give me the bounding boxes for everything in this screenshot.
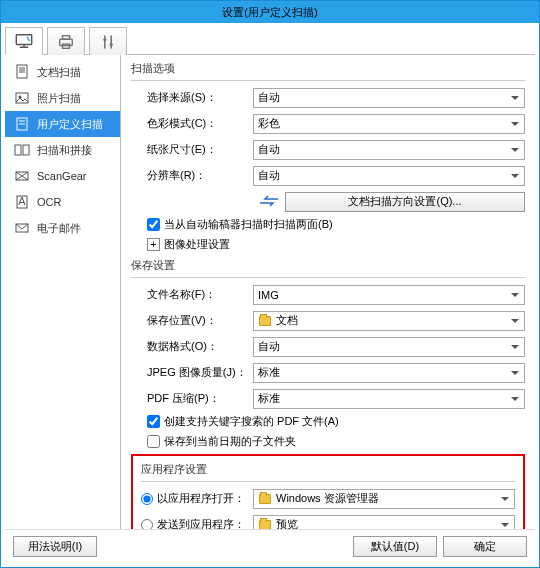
open-with-radio[interactable]: 以应用程序打开： [141,491,253,506]
color-label: 色彩模式(C)： [147,116,253,131]
location-label: 保存位置(V)： [147,313,253,328]
sidebar-item-label: 扫描和拼接 [37,143,92,158]
ok-button[interactable]: 确定 [443,536,527,557]
body: 文档扫描 照片扫描 用户定义扫描 扫描和拼接 ScanGear [5,55,535,529]
document-scan-icon [13,64,31,80]
open-with-select[interactable]: Windows 资源管理器 [253,489,515,509]
tab-from-pc[interactable] [5,27,43,55]
paper-label: 纸张尺寸(E)： [147,142,253,157]
svg-text:A: A [18,195,26,207]
resolution-select[interactable]: 自动 [253,166,525,186]
source-select[interactable]: 自动 [253,88,525,108]
color-select[interactable]: 彩色 [253,114,525,134]
footer: 用法说明(I) 默认值(D) 确定 [5,529,535,563]
scangear-icon [13,168,31,184]
resolution-label: 分辨率(R)： [147,168,253,183]
printer-icon [57,35,75,49]
window-content: 文档扫描 照片扫描 用户定义扫描 扫描和拼接 ScanGear [1,23,539,567]
save-settings-title: 保存设置 [131,258,525,273]
monitor-icon [15,34,33,48]
svg-rect-9 [16,93,28,103]
sidebar-item-stitch[interactable]: 扫描和拼接 [5,137,120,163]
photo-scan-icon [13,90,31,106]
filename-label: 文件名称(F)： [147,287,253,302]
sidebar-item-label: 文档扫描 [37,65,81,80]
svg-rect-12 [15,145,21,155]
orientation-button[interactable]: 文档扫描方向设置(Q)... [285,192,525,212]
sidebar-item-scangear[interactable]: ScanGear [5,163,120,189]
sidebar-item-label: 用户定义扫描 [37,117,103,132]
filename-select[interactable]: IMG [253,285,525,305]
scan-options-title: 扫描选项 [131,61,525,76]
custom-scan-icon [13,116,31,132]
sidebar-item-email[interactable]: 电子邮件 [5,215,120,241]
pdf-keyword-input[interactable] [147,415,160,428]
sidebar-item-label: 照片扫描 [37,91,81,106]
location-select[interactable]: 文档 [253,311,525,331]
subfolder-input[interactable] [147,435,160,448]
settings-window: 设置(用户定义扫描) 文档扫描 照片扫描 [0,0,540,568]
source-label: 选择来源(S)： [147,90,253,105]
sidebar-item-custom-scan[interactable]: 用户定义扫描 [5,111,120,137]
sidebar-item-photo-scan[interactable]: 照片扫描 [5,85,120,111]
svg-point-6 [103,38,106,41]
app-settings-highlight: 应用程序设置 以应用程序打开： Windows 资源管理器 发送到应用程序： [131,454,525,529]
auto-duplex-checkbox[interactable]: 当从自动输稿器扫描时扫描两面(B) [147,217,525,232]
folder-icon [258,518,272,530]
window-title: 设置(用户定义扫描) [222,5,317,20]
jpeg-label: JPEG 图像质量(J)： [147,365,253,380]
image-processing-expander[interactable]: + 图像处理设置 [147,237,525,252]
pdf-label: PDF 压缩(P)： [147,391,253,406]
defaults-button[interactable]: 默认值(D) [353,536,437,557]
paper-select[interactable]: 自动 [253,140,525,160]
sidebar-item-label: 电子邮件 [37,221,81,236]
auto-duplex-input[interactable] [147,218,160,231]
ocr-icon: A [13,194,31,210]
sidebar-item-label: OCR [37,196,61,208]
send-app-radio[interactable]: 发送到应用程序： [141,517,253,529]
tab-from-printer[interactable] [47,27,85,55]
sidebar-item-label: ScanGear [37,170,87,182]
email-icon [13,220,31,236]
pdf-keyword-checkbox[interactable]: 创建支持关键字搜索的 PDF 文件(A) [147,414,525,429]
format-select[interactable]: 自动 [253,337,525,357]
stitch-icon [13,142,31,158]
titlebar: 设置(用户定义扫描) [1,1,539,23]
svg-rect-2 [63,35,70,39]
tab-preferences[interactable] [89,27,127,55]
pdf-select[interactable]: 标准 [253,389,525,409]
plus-icon: + [147,238,160,251]
svg-point-7 [110,42,113,45]
app-settings-title: 应用程序设置 [141,462,515,477]
jpeg-select[interactable]: 标准 [253,363,525,383]
sliders-icon [101,34,115,50]
sidebar: 文档扫描 照片扫描 用户定义扫描 扫描和拼接 ScanGear [5,55,121,529]
subfolder-checkbox[interactable]: 保存到当前日期的子文件夹 [147,434,525,449]
toolbar [5,27,535,55]
sidebar-item-document-scan[interactable]: 文档扫描 [5,59,120,85]
orientation-swap-icon[interactable] [253,194,285,210]
help-button[interactable]: 用法说明(I) [13,536,97,557]
folder-icon [258,492,272,506]
format-label: 数据格式(O)： [147,339,253,354]
svg-rect-13 [23,145,29,155]
send-app-select[interactable]: 预览 [253,515,515,530]
sidebar-item-ocr[interactable]: A OCR [5,189,120,215]
folder-icon [258,314,272,328]
main-panel: 扫描选项 选择来源(S)： 自动 色彩模式(C)： 彩色 纸张尺寸(E)： 自动 [121,55,535,529]
